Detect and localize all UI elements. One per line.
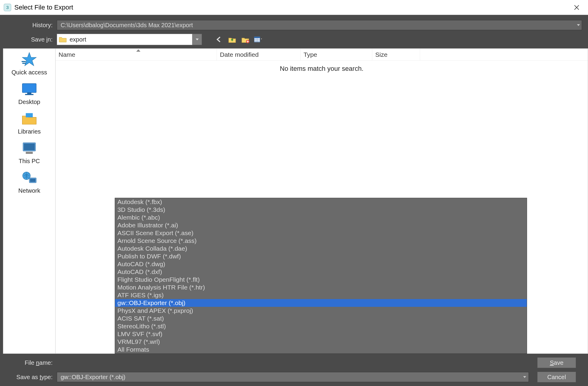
desktop-icon [21,82,38,96]
save-as-type-value: gw::OBJ-Exporter (*.obj) [61,374,125,381]
type-option[interactable]: gw::OBJ-Exporter (*.obj) [115,299,527,307]
place-label: Desktop [18,99,40,105]
new-folder-button[interactable] [241,35,250,44]
type-option[interactable]: ACIS SAT (*.sat) [115,315,527,322]
arrow-left-icon [215,35,223,44]
chevron-down-icon [196,39,199,40]
type-option[interactable]: VRML97 (*.wrl) [115,338,527,346]
column-date[interactable]: Date modified [217,49,301,60]
window-title: Select File to Export [14,4,73,11]
save-in-label: Save in: [0,36,57,43]
up-one-level-button[interactable] [228,35,237,44]
svg-rect-8 [26,113,33,117]
chevron-down-icon [523,376,526,378]
type-option[interactable]: 3D Studio (*.3ds) [115,206,527,214]
back-button[interactable] [215,35,223,44]
save-in-combo[interactable]: export [57,34,192,45]
cancel-button[interactable]: Cancel [537,372,576,382]
save-button[interactable]: Save [537,357,576,368]
type-option[interactable]: Motion Analysis HTR File (*.htr) [115,284,527,291]
type-option[interactable]: ASCII Scene Export (*.ase) [115,229,527,237]
column-name[interactable]: Name [56,49,217,60]
type-option[interactable]: PhysX and APEX (*.pxproj) [115,307,527,315]
network-icon [21,171,38,185]
type-option[interactable]: AutoCAD (*.dwg) [115,260,527,268]
save-as-type-combo[interactable]: gw::OBJ-Exporter (*.obj) [57,372,529,382]
type-option[interactable]: AutoCAD (*.dxf) [115,268,527,276]
place-label: Libraries [18,128,41,135]
column-headers: Name Date modified Type Size [56,49,588,61]
history-value: C:\Users\dbalog\Documents\3ds Max 2021\e… [61,22,193,29]
svg-rect-5 [22,83,36,92]
sort-asc-icon [136,49,140,52]
file-name-label: File name: [0,359,57,366]
app-icon: 3 [4,4,11,11]
folder-up-icon [228,35,237,44]
svg-rect-7 [25,94,33,95]
close-icon [573,4,580,11]
type-option[interactable]: Arnold Scene Source (*.ass) [115,237,527,245]
place-label: Network [18,187,40,194]
save-in-value: export [70,36,86,43]
place-quick-access[interactable]: Quick access [12,52,47,76]
place-libraries[interactable]: Libraries [18,111,41,135]
place-label: This PC [19,158,40,165]
type-option[interactable]: Publish to DWF (*.dwf) [115,252,527,260]
type-option[interactable]: Alembic (*.abc) [115,214,527,221]
column-type[interactable]: Type [301,49,372,60]
libraries-icon [21,111,38,126]
svg-rect-14 [30,178,36,182]
title-bar: 3 Select File to Export [0,0,588,15]
view-grid-icon [254,35,263,44]
place-this-pc[interactable]: This PC [19,141,40,165]
save-label: ave [554,359,564,366]
chevron-down-icon [577,24,580,26]
folder-icon [59,36,67,43]
place-network[interactable]: Network [18,171,40,194]
svg-text:3: 3 [6,5,9,10]
type-option[interactable]: LMV SVF (*.svf) [115,330,527,338]
svg-rect-10 [24,143,35,150]
computer-icon [21,141,38,155]
save-as-type-dropdown-list[interactable]: Autodesk (*.fbx)3D Studio (*.3ds)Alembic… [115,198,527,354]
type-option[interactable]: Autodesk (*.fbx) [115,198,527,206]
history-combo[interactable]: C:\Users\dbalog\Documents\3ds Max 2021\e… [57,20,582,30]
svg-rect-11 [26,152,33,154]
svg-rect-4 [254,37,260,38]
empty-message: No items match your search. [56,61,588,73]
place-label: Quick access [12,69,47,76]
type-option[interactable]: StereoLitho (*.stl) [115,322,527,330]
folder-new-icon [241,35,250,44]
type-option[interactable]: Autodesk Collada (*.dae) [115,245,527,252]
type-option[interactable]: All Formats [115,346,527,353]
places-sidebar: Quick access Desktop Libraries This PC [3,48,56,354]
history-label: History: [0,22,57,29]
type-option[interactable]: ATF IGES (*.igs) [115,291,527,299]
type-option[interactable]: Adobe Illustrator (*.ai) [115,221,527,229]
save-in-dropdown-button[interactable] [192,34,202,45]
svg-rect-6 [27,93,31,94]
save-as-type-label: Save as type: [0,374,57,381]
close-button[interactable] [567,0,586,15]
column-size[interactable]: Size [372,49,420,60]
export-dialog: 3 Select File to Export History: C:\User… [0,0,588,386]
star-icon [21,52,38,67]
type-option[interactable]: Flight Studio OpenFlight (*.flt) [115,276,527,284]
place-desktop[interactable]: Desktop [18,82,40,105]
view-menu-button[interactable] [254,35,263,44]
